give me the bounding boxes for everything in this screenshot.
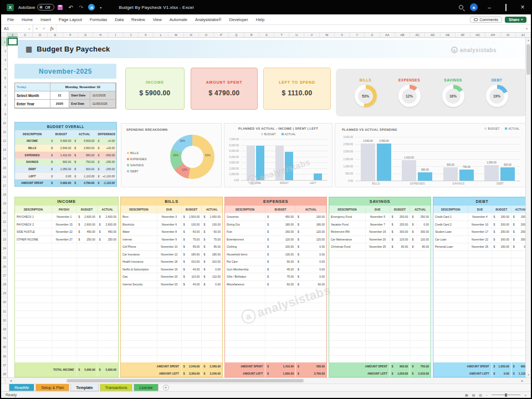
cell[interactable]: [366, 288, 390, 295]
cell[interactable]: [121, 318, 157, 325]
cell[interactable]: [410, 273, 431, 280]
cell[interactable]: [390, 251, 411, 258]
cell[interactable]: [366, 333, 390, 340]
cell[interactable]: $0.00: [296, 273, 326, 280]
ribbon-tab-file[interactable]: File: [3, 16, 18, 23]
cell[interactable]: [52, 326, 77, 333]
cell[interactable]: [77, 281, 98, 288]
cell[interactable]: [15, 303, 52, 310]
cell[interactable]: Water: [121, 228, 157, 236]
cell[interactable]: [202, 341, 222, 348]
cell[interactable]: [52, 258, 77, 265]
cell[interactable]: November 20: [366, 236, 390, 243]
cell[interactable]: November 25: [468, 243, 492, 250]
column-header-D[interactable]: D: [33, 33, 48, 37]
cell[interactable]: November 15: [52, 221, 77, 228]
cell[interactable]: $180.00: [182, 251, 202, 258]
cell[interactable]: [15, 356, 52, 363]
cell[interactable]: [98, 311, 118, 318]
cell[interactable]: [492, 311, 511, 318]
cell[interactable]: [410, 296, 431, 303]
cell[interactable]: $150.00: [492, 243, 511, 250]
cell[interactable]: Pet Care: [225, 258, 265, 265]
cell[interactable]: $300.00: [511, 236, 525, 243]
cell[interactable]: $2,560.00: [73, 146, 96, 150]
cell[interactable]: [492, 341, 511, 348]
cell[interactable]: [98, 266, 118, 273]
row-header-33[interactable]: 33: [1, 325, 7, 334]
column-header-O[interactable]: O: [199, 33, 214, 37]
cell[interactable]: [202, 333, 222, 340]
cell[interactable]: [468, 356, 492, 363]
normal-view-icon[interactable]: ▦: [465, 393, 468, 397]
cell[interactable]: [433, 318, 468, 325]
column-header-C[interactable]: C: [18, 33, 33, 37]
cell[interactable]: [390, 333, 411, 340]
column-header-Z[interactable]: Z: [365, 33, 380, 37]
cell[interactable]: [511, 296, 525, 303]
cell[interactable]: Fuel: [225, 228, 265, 236]
cell[interactable]: [511, 333, 525, 340]
cell[interactable]: [366, 341, 390, 348]
column-header-T[interactable]: T: [274, 33, 289, 37]
column-header-M[interactable]: M: [168, 33, 183, 37]
cell[interactable]: $0.00: [49, 175, 73, 178]
cell[interactable]: [77, 258, 98, 265]
column-header-Q[interactable]: Q: [229, 33, 244, 37]
vertical-scroll-thumb[interactable]: [526, 44, 530, 75]
column-header-AA[interactable]: AA: [380, 33, 395, 37]
cell[interactable]: [366, 273, 390, 280]
cell[interactable]: [182, 341, 202, 348]
cell[interactable]: [433, 333, 468, 340]
cell[interactable]: [511, 318, 525, 325]
header-cell[interactable]: BUDGET: [390, 206, 411, 213]
search-icon[interactable]: [459, 5, 463, 9]
cell[interactable]: [77, 326, 98, 333]
cell[interactable]: [329, 356, 366, 363]
cell[interactable]: [157, 296, 182, 303]
header-cell[interactable]: DUE: [468, 206, 492, 213]
cell[interactable]: [366, 303, 390, 310]
cell[interactable]: [433, 281, 468, 288]
cell[interactable]: [366, 281, 390, 288]
account-avatar[interactable]: a: [470, 3, 478, 11]
row-header-7[interactable]: 7: [1, 91, 7, 100]
cell[interactable]: [329, 318, 366, 325]
row-header-13[interactable]: 13: [1, 145, 7, 154]
cell[interactable]: $1,500.00: [182, 213, 202, 221]
cell[interactable]: [15, 311, 52, 318]
cell[interactable]: [390, 288, 411, 295]
cell[interactable]: [157, 326, 182, 333]
cell[interactable]: [52, 266, 77, 273]
sheet-tab-template[interactable]: Template: [70, 384, 98, 391]
cell[interactable]: $300.00: [492, 236, 511, 243]
cell[interactable]: [511, 348, 525, 355]
cell[interactable]: [433, 266, 468, 273]
cell[interactable]: November 10: [468, 221, 492, 228]
cell[interactable]: $4,790.00: [73, 181, 96, 185]
selected-cell-a1[interactable]: [8, 38, 18, 45]
cell[interactable]: November 8: [157, 228, 182, 236]
cell[interactable]: [98, 356, 118, 363]
header-cell[interactable]: DESCRIPTION: [329, 206, 366, 213]
cell[interactable]: $120.00: [265, 236, 296, 243]
cell[interactable]: [511, 251, 525, 258]
ribbon-tab-formulas[interactable]: Formulas: [86, 16, 111, 23]
cell[interactable]: Household Items: [225, 251, 265, 258]
cell[interactable]: [157, 318, 182, 325]
cell[interactable]: $0.00: [296, 243, 326, 250]
cell[interactable]: $100.00: [296, 213, 326, 221]
cell[interactable]: [468, 333, 492, 340]
cell[interactable]: [433, 341, 468, 348]
cell[interactable]: [390, 296, 411, 303]
cell[interactable]: $-1,110.00: [96, 181, 116, 185]
cell[interactable]: $130.00: [202, 221, 222, 228]
cell[interactable]: [15, 266, 52, 273]
cell[interactable]: [15, 326, 52, 333]
cell[interactable]: [182, 311, 202, 318]
zoom-in-icon[interactable]: +: [524, 393, 526, 397]
cell[interactable]: $120.00: [390, 236, 411, 243]
cell[interactable]: [511, 303, 525, 310]
cell[interactable]: $130.00: [182, 221, 202, 228]
cell[interactable]: November 19: [157, 266, 182, 273]
